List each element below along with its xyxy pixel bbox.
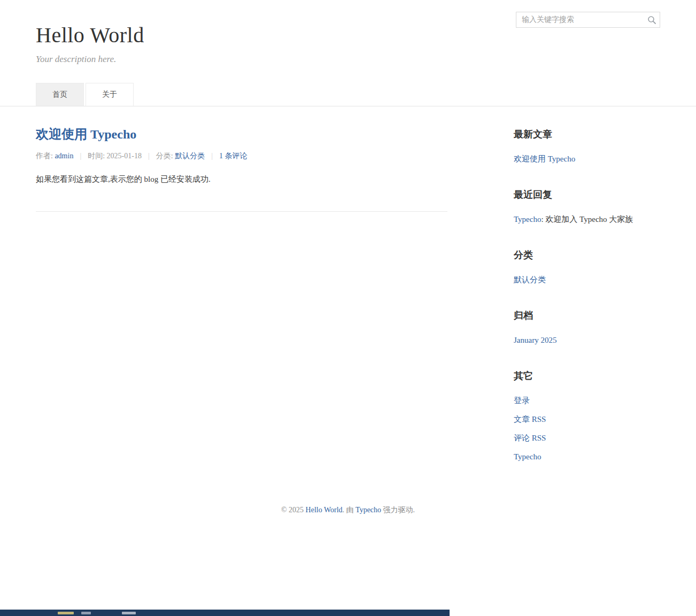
meta-separator: |	[211, 152, 213, 160]
meta-separator: |	[80, 152, 81, 160]
widget-misc: 其它 登录 文章 RSS 评论 RSS Typecho	[514, 369, 660, 463]
nav-item-home[interactable]: 首页	[36, 83, 84, 106]
bottom-bar-artifact	[58, 612, 74, 614]
main-area: 欢迎使用 Typecho 作者: admin|时间: 2025-01-18|分类…	[36, 106, 660, 503]
list-item: 默认分类	[514, 274, 660, 286]
site-header: Hello World Your description here. 首页 关于	[0, 0, 696, 106]
widget-categories: 分类 默认分类	[514, 249, 660, 286]
bottom-bar-artifact	[81, 612, 91, 614]
site-footer: © 2025 Hello World. 由 Typecho 强力驱动.	[0, 503, 696, 515]
recent-post-link[interactable]: 欢迎使用 Typecho	[514, 155, 575, 163]
page: Hello World Your description here. 首页 关于	[0, 0, 696, 515]
list-item: 评论 RSS	[514, 433, 660, 444]
category-item-link[interactable]: 默认分类	[514, 275, 546, 284]
list-item: 欢迎使用 Typecho	[514, 153, 660, 165]
copyright-text: © 2025	[281, 506, 306, 514]
typecho-link[interactable]: Typecho	[514, 452, 541, 461]
comment-text: : 欢迎加入 Typecho 大家族	[541, 215, 633, 224]
nav-item-about[interactable]: 关于	[86, 83, 134, 106]
footer-suffix-text: 强力驱动.	[381, 506, 415, 514]
post-rss-link[interactable]: 文章 RSS	[514, 415, 546, 424]
author-label: 作者:	[36, 152, 55, 160]
widget-title-categories: 分类	[514, 249, 660, 261]
main-nav: 首页 关于	[0, 83, 696, 106]
search-box	[516, 12, 660, 28]
comments-link[interactable]: 1 条评论	[219, 152, 248, 160]
content-column: 欢迎使用 Typecho 作者: admin|时间: 2025-01-18|分类…	[36, 106, 447, 212]
comment-author-link[interactable]: Typecho	[514, 215, 541, 224]
footer-site-link[interactable]: Hello World	[306, 506, 343, 514]
search-input[interactable]	[516, 12, 660, 28]
widget-title-archives: 归档	[514, 309, 660, 322]
widget-title-recent-posts: 最新文章	[514, 128, 660, 141]
post-divider	[36, 211, 447, 212]
login-link[interactable]: 登录	[514, 396, 530, 405]
bottom-bar-artifact	[122, 612, 136, 614]
footer-typecho-link[interactable]: Typecho	[355, 506, 381, 514]
list-item: 文章 RSS	[514, 414, 660, 425]
list-item: January 2025	[514, 335, 660, 346]
category-link[interactable]: 默认分类	[175, 152, 205, 160]
sidebar: 最新文章 欢迎使用 Typecho 最近回复 Typecho: 欢迎加入 Typ…	[514, 106, 660, 470]
post-time: 时间: 2025-01-18	[88, 152, 142, 160]
widget-title-misc: 其它	[514, 369, 660, 382]
post-body: 如果您看到这篇文章,表示您的 blog 已经安装成功.	[36, 173, 447, 187]
widget-recent-posts: 最新文章 欢迎使用 Typecho	[514, 128, 660, 165]
bottom-bar	[0, 610, 450, 616]
list-item: 登录	[514, 395, 660, 406]
widget-archives: 归档 January 2025	[514, 309, 660, 346]
list-item: Typecho	[514, 451, 660, 463]
widget-title-recent-comments: 最近回复	[514, 188, 660, 201]
category-label: 分类:	[156, 152, 175, 160]
list-item: Typecho: 欢迎加入 Typecho 大家族	[514, 214, 660, 225]
search-button[interactable]	[644, 13, 659, 27]
site-description: Your description here.	[36, 54, 660, 65]
post-meta: 作者: admin|时间: 2025-01-18|分类: 默认分类|1 条评论	[36, 151, 447, 161]
post-title[interactable]: 欢迎使用 Typecho	[36, 126, 447, 143]
author-link[interactable]: admin	[55, 152, 73, 160]
widget-recent-comments: 最近回复 Typecho: 欢迎加入 Typecho 大家族	[514, 188, 660, 225]
footer-middle-text: . 由	[343, 506, 356, 514]
search-icon	[647, 16, 656, 25]
meta-separator: |	[148, 152, 150, 160]
post: 欢迎使用 Typecho 作者: admin|时间: 2025-01-18|分类…	[36, 126, 447, 212]
archive-link[interactable]: January 2025	[514, 336, 556, 344]
comment-rss-link[interactable]: 评论 RSS	[514, 434, 546, 442]
